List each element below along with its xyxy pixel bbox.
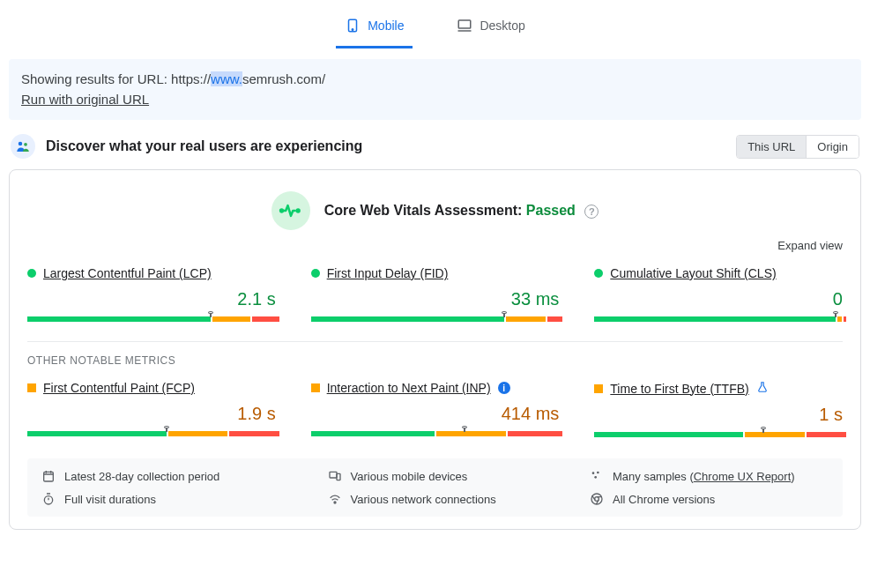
pulse-icon <box>271 191 310 230</box>
distribution-bar <box>311 431 560 436</box>
svg-rect-7 <box>44 472 54 481</box>
distribution-bar <box>594 316 843 322</box>
dist-segment-orange <box>745 432 805 437</box>
dist-segment-orange <box>168 431 228 436</box>
footer-devices: Various mobile devices <box>328 469 554 483</box>
info-icon[interactable]: i <box>498 382 510 394</box>
metric-name-link[interactable]: Time to First Byte (TTFB) <box>610 382 748 396</box>
metric-core-1: First Input Delay (FID)33 ms <box>311 266 560 322</box>
core-vitals-grid: Largest Contentful Paint (LCP)2.1 sFirst… <box>27 266 843 322</box>
chrome-icon <box>590 492 604 506</box>
svg-point-11 <box>597 472 599 474</box>
metric-core-2: Cumulative Layout Shift (CLS)0 <box>594 266 843 322</box>
dist-segment-green <box>27 316 211 322</box>
dist-segment-orange <box>212 316 249 322</box>
footer-collection-period: Latest 28-day collection period <box>41 469 293 483</box>
dist-segment-red <box>508 431 562 436</box>
desktop-icon <box>457 18 472 33</box>
metric-value: 414 ms <box>311 404 560 424</box>
expand-view-link[interactable]: Expand view <box>27 239 843 252</box>
footer-durations: Full visit durations <box>41 492 293 506</box>
assessment-help-icon[interactable]: ? <box>584 205 599 219</box>
status-dot-good <box>27 269 36 278</box>
chrome-ux-report-link[interactable]: Chrome UX Report <box>694 470 792 483</box>
flask-icon[interactable] <box>756 381 769 396</box>
footer-connections: Various network connections <box>328 492 554 506</box>
dist-segment-green <box>311 316 505 322</box>
percentile-marker <box>206 312 215 317</box>
other-metrics-label: OTHER NOTABLE METRICS <box>27 354 843 367</box>
url-notice: Showing results for URL: https://www.sem… <box>9 59 861 120</box>
dist-segment-red <box>229 431 279 436</box>
dist-segment-red <box>807 432 846 437</box>
distribution-bar <box>311 316 560 322</box>
svg-rect-8 <box>330 472 337 478</box>
metric-name-link[interactable]: Interaction to Next Paint (INP) <box>327 381 491 395</box>
metric-name-link[interactable]: Largest Contentful Paint (LCP) <box>43 266 212 280</box>
footer-info-box: Latest 28-day collection period Various … <box>27 458 843 517</box>
distribution-bar <box>27 316 276 322</box>
metric-header: First Contentful Paint (FCP) <box>27 381 276 395</box>
distribution-bar <box>594 432 843 437</box>
discover-title: Discover what your real users are experi… <box>46 138 362 154</box>
dist-segment-orange <box>506 316 546 322</box>
status-dot-good <box>594 269 603 278</box>
metric-name-link[interactable]: Cumulative Layout Shift (CLS) <box>610 266 776 280</box>
svg-point-14 <box>334 502 336 503</box>
status-dot-needs-improvement <box>27 383 36 392</box>
scope-origin[interactable]: Origin <box>806 136 859 158</box>
people-icon <box>11 134 35 159</box>
footer-samples: Many samples (Chrome UX Report) <box>590 469 829 483</box>
dist-segment-green <box>594 316 835 322</box>
metric-value: 2.1 s <box>27 289 276 309</box>
devices-icon <box>328 469 342 483</box>
device-tabs: Mobile Desktop <box>0 0 870 48</box>
svg-point-10 <box>592 472 595 474</box>
dist-segment-green <box>311 431 435 436</box>
metric-name-link[interactable]: First Input Delay (FID) <box>327 266 449 280</box>
run-original-url-link[interactable]: Run with original URL <box>21 92 149 107</box>
dist-segment-red <box>252 316 279 322</box>
tab-desktop[interactable]: Desktop <box>448 12 533 48</box>
dist-segment-green <box>27 431 167 436</box>
svg-point-3 <box>19 142 23 146</box>
status-dot-needs-improvement <box>594 384 603 393</box>
stopwatch-icon <box>41 492 56 506</box>
percentile-marker <box>831 312 840 317</box>
metric-header: Time to First Byte (TTFB) <box>594 381 843 396</box>
scatter-icon <box>590 469 604 483</box>
url-notice-highlight: www. <box>211 71 242 86</box>
svg-point-6 <box>296 210 299 212</box>
metric-header: Largest Contentful Paint (LCP) <box>27 266 276 280</box>
divider <box>27 341 843 342</box>
svg-point-13 <box>44 496 52 504</box>
percentile-marker <box>759 428 768 433</box>
metric-value: 1.9 s <box>27 404 276 424</box>
metric-header: First Input Delay (FID) <box>311 266 560 280</box>
scope-toggle: This URL Origin <box>736 135 859 159</box>
metric-core-0: Largest Contentful Paint (LCP)2.1 s <box>27 266 276 322</box>
assessment-header: Core Web Vitals Assessment: Passed ? <box>27 191 843 230</box>
assessment-label: Core Web Vitals Assessment: <box>324 203 526 218</box>
percentile-marker <box>460 427 469 432</box>
svg-point-1 <box>352 29 353 31</box>
svg-point-5 <box>280 210 283 212</box>
metric-name-link[interactable]: First Contentful Paint (FCP) <box>43 381 195 395</box>
metric-value: 0 <box>594 289 843 309</box>
metric-other-0: First Contentful Paint (FCP)1.9 s <box>27 381 276 437</box>
svg-point-12 <box>594 476 597 479</box>
percentile-marker <box>162 427 171 432</box>
metric-header: Interaction to Next Paint (INP)i <box>311 381 560 395</box>
url-notice-prefix: Showing results for URL: https:// <box>21 71 211 86</box>
tab-desktop-label: Desktop <box>480 19 524 33</box>
dist-segment-red <box>844 316 846 322</box>
svg-rect-2 <box>459 20 472 28</box>
tab-mobile[interactable]: Mobile <box>336 12 413 48</box>
status-dot-needs-improvement <box>311 383 320 392</box>
scope-this-url[interactable]: This URL <box>737 136 806 158</box>
calendar-icon <box>41 469 56 483</box>
discover-header: Discover what your real users are experi… <box>0 130 870 169</box>
url-notice-suffix: semrush.com/ <box>242 71 325 86</box>
dist-segment-red <box>547 316 562 322</box>
metric-value: 1 s <box>594 405 843 425</box>
